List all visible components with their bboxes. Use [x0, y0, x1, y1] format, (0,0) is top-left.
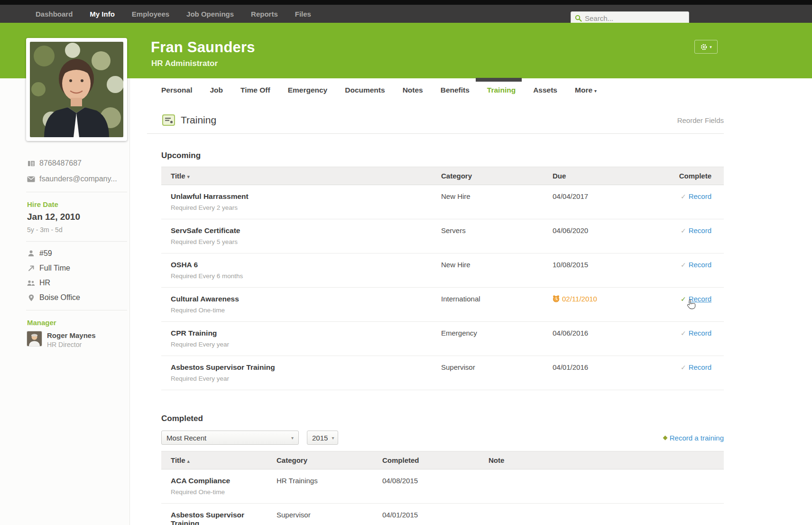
record-a-training-button[interactable]: Record a training: [664, 434, 724, 442]
employee-number-row: #59: [27, 249, 129, 258]
tab-benefits[interactable]: Benefits: [441, 86, 470, 102]
tab-assets[interactable]: Assets: [533, 86, 557, 102]
nav-item-job-openings[interactable]: Job Openings: [186, 5, 234, 23]
training-category: International: [441, 295, 480, 303]
column-label: Title: [171, 172, 185, 180]
sort-filter-value: Most Recent: [166, 434, 206, 442]
employee-name: Fran Saunders: [151, 39, 255, 56]
chevron-down-icon: ▾: [287, 435, 294, 441]
record-a-training-label: Record a training: [670, 434, 724, 442]
tab-personal[interactable]: Personal: [161, 86, 192, 102]
training-title: CPR Training: [171, 329, 441, 338]
training-title: Asbestos Supervisor Training: [171, 511, 248, 525]
training-section-icon: [162, 114, 175, 126]
year-filter-select[interactable]: 2015 ▾: [307, 431, 338, 445]
phone-icon: [27, 160, 35, 167]
reorder-fields-link[interactable]: Reorder Fields: [677, 116, 724, 124]
tab-time-off[interactable]: Time Off: [240, 86, 270, 102]
person-icon: [27, 250, 35, 257]
sort-filter-select[interactable]: Most Recent ▾: [161, 431, 299, 445]
gear-icon: [700, 43, 708, 51]
training-title: Cultural Awareness: [171, 295, 441, 303]
search-input[interactable]: [585, 14, 680, 22]
chevron-down-icon: ▾: [328, 435, 334, 441]
tab-documents[interactable]: Documents: [345, 86, 385, 102]
settings-button[interactable]: ▾: [694, 40, 718, 54]
tab-more[interactable]: More▾: [575, 86, 597, 102]
profile-tabs: Personal Job Time Off Emergency Document…: [147, 78, 724, 102]
check-icon: ✓: [681, 364, 686, 371]
hire-date-value: Jan 12, 2010: [27, 212, 129, 222]
training-title: ServSafe Certificate: [171, 226, 441, 235]
nav-item-reports[interactable]: Reports: [251, 5, 278, 23]
section-divider: [147, 133, 724, 134]
tab-emergency[interactable]: Emergency: [288, 86, 328, 102]
check-icon: ✓: [681, 193, 686, 200]
completed-table-header: Title▴ Category Completed Note: [161, 451, 724, 469]
add-icon: [663, 435, 667, 440]
completed-heading: Completed: [161, 414, 724, 423]
nav-items: Dashboard My Info Employees Job Openings…: [36, 5, 311, 23]
training-frequency: Required Every 2 years: [171, 204, 441, 211]
people-icon: [27, 280, 35, 286]
nav-item-dashboard[interactable]: Dashboard: [36, 5, 73, 23]
training-frequency: Required One-time: [171, 488, 277, 496]
record-link[interactable]: Record: [689, 226, 711, 234]
column-header-category: Category: [441, 167, 553, 185]
nav-item-my-info[interactable]: My Info: [90, 5, 115, 23]
completed-date: 04/08/2015: [382, 477, 418, 485]
chevron-down-icon: ▾: [710, 45, 712, 49]
check-icon: ✓: [681, 329, 686, 337]
column-header-title[interactable]: Title▾: [161, 167, 441, 185]
tab-notes[interactable]: Notes: [403, 86, 423, 102]
employment-type-row: Full Time: [27, 264, 129, 272]
year-filter-value: 2015: [312, 434, 328, 442]
column-header-completed: Completed: [382, 451, 489, 469]
manager-title: HR Director: [47, 341, 96, 348]
record-link[interactable]: Record: [689, 261, 711, 269]
tab-more-label: More: [575, 86, 592, 94]
hire-date-label: Hire Date: [27, 200, 129, 208]
column-header-complete: Complete: [666, 167, 724, 185]
training-frequency: Required Every 5 years: [171, 238, 441, 245]
email-row: fsaunders@company...: [27, 175, 129, 183]
department: HR: [39, 279, 50, 287]
office-location: Boise Office: [39, 293, 80, 302]
manager-row: Roger Maynes HR Director: [27, 331, 129, 348]
completed-date: 04/01/2015: [382, 511, 418, 519]
table-row: Asbestos Supervisor TrainingRequired Eve…: [161, 356, 724, 390]
location-pin-icon: [27, 294, 35, 301]
training-title: Unlawful Harrassment: [171, 192, 441, 201]
section-title: Training: [181, 114, 216, 126]
nav-item-employees[interactable]: Employees: [132, 5, 169, 23]
column-header-note: Note: [489, 451, 724, 469]
employee-job-title: HR Administrator: [151, 59, 218, 68]
overdue-date: 02/11/2010: [553, 295, 597, 303]
record-link[interactable]: Record: [689, 363, 711, 371]
nav-item-files[interactable]: Files: [295, 5, 311, 23]
tab-training[interactable]: Training: [487, 86, 516, 102]
table-row: Unlawful HarrassmentRequired Every 2 yea…: [161, 185, 724, 219]
phone-number: 8768487687: [39, 159, 82, 168]
training-frequency: Required One-time: [171, 307, 441, 314]
tab-job[interactable]: Job: [210, 86, 223, 102]
record-link[interactable]: Record: [689, 192, 711, 200]
employment-type: Full Time: [39, 264, 70, 272]
tenure-value: 5y - 3m - 5d: [27, 226, 129, 234]
column-header-category: Category: [277, 451, 382, 469]
training-category: Emergency: [441, 329, 477, 337]
training-category: Supervisor: [277, 511, 311, 519]
due-date: 04/01/2016: [553, 363, 588, 371]
email-address[interactable]: fsaunders@company...: [39, 175, 117, 183]
chevron-down-icon: ▾: [594, 88, 597, 94]
completed-filters: Most Recent ▾ 2015 ▾ Record a training: [161, 431, 724, 445]
table-row-overdue: Cultural AwarenessRequired One-time Inte…: [161, 288, 724, 322]
training-title: ACA Compliance: [171, 477, 277, 485]
record-link[interactable]: Record: [689, 329, 711, 337]
due-date: 04/06/2020: [553, 226, 588, 234]
check-icon: ✓: [681, 227, 686, 234]
column-header-title[interactable]: Title▴: [161, 451, 277, 469]
phone-row: 8768487687: [27, 159, 129, 168]
due-date: 02/11/2010: [562, 295, 597, 303]
training-category: HR Trainings: [277, 477, 318, 485]
